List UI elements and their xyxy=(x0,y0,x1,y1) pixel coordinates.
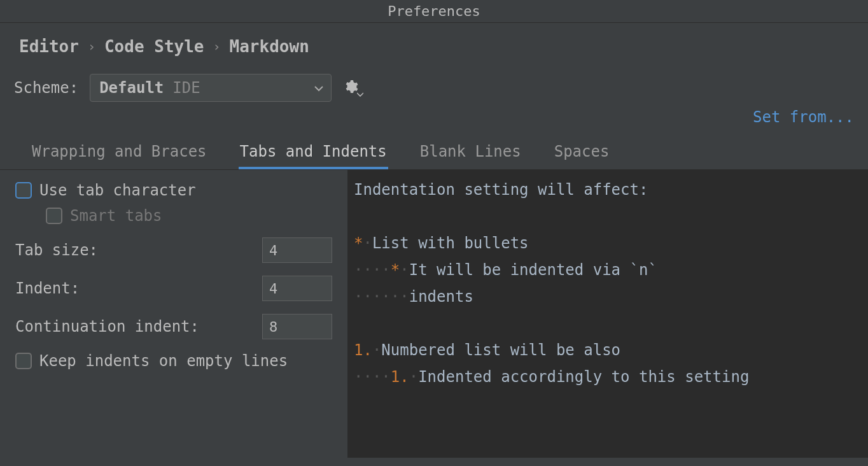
chevron-down-icon xyxy=(314,82,323,94)
indent-label: Indent: xyxy=(15,279,80,297)
preview-panel: Indentation setting will affect: *·List … xyxy=(349,170,868,458)
main-split: Use tab character Smart tabs Tab size: I… xyxy=(0,170,868,458)
indent-input[interactable] xyxy=(262,276,332,301)
content-area: Editor › Code Style › Markdown Scheme: D… xyxy=(0,23,868,458)
continuation-indent-label: Continuation indent: xyxy=(15,318,199,335)
preview-line: ····1.·Indented accordingly to this sett… xyxy=(354,364,863,390)
scheme-settings-button[interactable] xyxy=(343,79,358,97)
preview-line: 1.·Numbered list will be also xyxy=(354,337,863,364)
continuation-indent-row: Continuation indent: xyxy=(15,314,332,339)
keep-indents-checkbox[interactable] xyxy=(15,353,32,369)
scheme-select[interactable]: Default IDE xyxy=(90,74,332,102)
smart-tabs-checkbox xyxy=(46,208,62,224)
tab-tabs-and-indents[interactable]: Tabs and Indents xyxy=(239,138,388,169)
preview-line: *·List with bullets xyxy=(354,230,863,257)
tab-size-row: Tab size: xyxy=(15,237,332,263)
breadcrumb: Editor › Code Style › Markdown xyxy=(0,23,868,62)
use-tab-character-checkbox[interactable] xyxy=(15,182,32,199)
tab-blank-lines[interactable]: Blank Lines xyxy=(419,138,522,169)
window-title-bar: Preferences xyxy=(0,0,868,23)
keep-indents-row: Keep indents on empty lines xyxy=(15,352,332,370)
preview-line: ····*·It will be indented via `n` xyxy=(354,257,863,283)
tabs-row: Wrapping and Braces Tabs and Indents Bla… xyxy=(0,131,868,170)
window-title: Preferences xyxy=(388,3,480,19)
tab-spaces[interactable]: Spaces xyxy=(553,138,611,169)
scheme-row: Scheme: Default IDE xyxy=(0,62,868,108)
chevron-right-icon: › xyxy=(88,39,95,54)
chevron-right-icon: › xyxy=(213,39,221,54)
gear-icon xyxy=(343,79,358,97)
indent-row: Indent: xyxy=(15,276,332,301)
preview-line xyxy=(354,203,863,230)
scheme-selected-name: Default xyxy=(99,79,164,97)
settings-panel: Use tab character Smart tabs Tab size: I… xyxy=(0,170,349,458)
tab-wrapping-and-braces[interactable]: Wrapping and Braces xyxy=(31,138,208,169)
breadcrumb-item-code-style[interactable]: Code Style xyxy=(104,37,204,56)
tab-size-label: Tab size: xyxy=(15,241,98,259)
keep-indents-label: Keep indents on empty lines xyxy=(39,352,288,370)
smart-tabs-row: Smart tabs xyxy=(15,207,332,225)
breadcrumb-item-markdown[interactable]: Markdown xyxy=(230,37,309,56)
use-tab-character-label: Use tab character xyxy=(39,181,196,199)
preview-line: Indentation setting will affect: xyxy=(354,176,863,203)
preview-line: ······indents xyxy=(354,283,863,310)
scheme-label: Scheme: xyxy=(14,79,78,97)
set-from-link[interactable]: Set from... xyxy=(753,108,854,126)
scheme-selected-tag: IDE xyxy=(172,79,200,97)
chevron-down-small-icon xyxy=(357,90,363,99)
breadcrumb-item-editor[interactable]: Editor xyxy=(19,37,79,56)
preview-line xyxy=(354,310,863,337)
use-tab-character-row: Use tab character xyxy=(15,181,332,199)
tab-size-input[interactable] xyxy=(262,237,332,263)
continuation-indent-input[interactable] xyxy=(262,314,332,339)
smart-tabs-label: Smart tabs xyxy=(70,207,162,225)
set-from-row: Set from... xyxy=(0,108,868,131)
